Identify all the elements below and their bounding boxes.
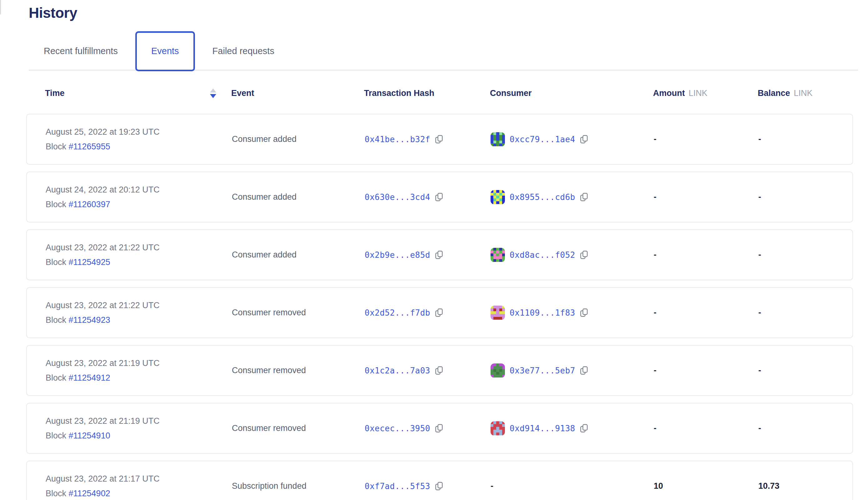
- table-row: August 23, 2022 at 21:22 UTC Block #1125…: [26, 229, 853, 280]
- sort-time-control[interactable]: [210, 89, 216, 98]
- row-amount: -: [654, 250, 758, 260]
- column-header-consumer: Consumer: [490, 89, 653, 98]
- copy-hash-button[interactable]: [435, 308, 443, 318]
- consumer-address-link[interactable]: 0xd8ac...f052: [510, 250, 575, 260]
- consumer-empty-value: -: [491, 481, 493, 491]
- balance-unit-label: LINK: [794, 89, 813, 98]
- transaction-hash-link[interactable]: 0xf7ad...5f53: [365, 481, 430, 491]
- transaction-hash-link[interactable]: 0x2d52...f7db: [365, 308, 430, 318]
- row-amount: -: [654, 423, 758, 433]
- copy-hash-button[interactable]: [435, 250, 443, 260]
- row-hash-cell: 0xf7ad...5f53: [365, 481, 491, 491]
- table-row: August 23, 2022 at 21:19 UTC Block #1125…: [26, 345, 853, 396]
- row-amount: -: [654, 134, 758, 144]
- copy-icon: [580, 250, 588, 260]
- table-row: August 25, 2022 at 19:23 UTC Block #1126…: [26, 114, 853, 165]
- column-header-transaction-hash: Transaction Hash: [364, 89, 490, 98]
- row-block-line: Block #11260397: [46, 200, 232, 209]
- table-row: August 23, 2022 at 21:19 UTC Block #1125…: [26, 403, 853, 454]
- row-block-line: Block #11254912: [46, 373, 232, 383]
- row-event: Consumer added: [232, 134, 365, 144]
- row-date: August 24, 2022 at 20:12 UTC: [46, 185, 232, 195]
- column-header-balance: Balance: [758, 89, 790, 98]
- block-label: Block: [46, 489, 69, 498]
- row-consumer-cell: 0xcc79...1ae4: [491, 132, 654, 147]
- block-label: Block: [46, 431, 69, 440]
- column-header-event: Event: [231, 89, 364, 98]
- row-consumer-cell: -: [491, 481, 654, 491]
- copy-address-button[interactable]: [580, 135, 588, 144]
- row-block-line: Block #11254925: [46, 258, 232, 267]
- copy-hash-button[interactable]: [435, 193, 443, 202]
- transaction-hash-link[interactable]: 0x2b9e...e85d: [365, 250, 430, 260]
- copy-hash-button[interactable]: [435, 366, 443, 375]
- row-time-cell: August 23, 2022 at 21:22 UTC Block #1125…: [46, 243, 232, 267]
- row-amount: -: [654, 192, 758, 202]
- row-balance: -: [758, 134, 852, 144]
- row-consumer-cell: 0xd8ac...f052: [491, 248, 654, 262]
- copy-address-button[interactable]: [580, 250, 588, 260]
- copy-address-button[interactable]: [580, 308, 588, 318]
- row-hash-cell: 0x2b9e...e85d: [365, 250, 491, 260]
- consumer-address-link[interactable]: 0x8955...cd6b: [510, 193, 575, 202]
- row-balance: -: [758, 308, 852, 318]
- block-number-link[interactable]: #11254912: [69, 373, 110, 383]
- sort-desc-icon: [210, 94, 216, 98]
- copy-icon: [580, 308, 588, 318]
- block-label: Block: [46, 315, 69, 325]
- row-hash-cell: 0x2d52...f7db: [365, 308, 491, 318]
- row-balance: -: [758, 423, 852, 433]
- table-row: August 23, 2022 at 21:17 UTC Block #1125…: [26, 461, 853, 500]
- copy-address-button[interactable]: [580, 424, 588, 433]
- copy-icon: [435, 193, 443, 202]
- transaction-hash-link[interactable]: 0x1c2a...7a03: [365, 366, 430, 375]
- row-hash-cell: 0x630e...3cd4: [365, 193, 491, 202]
- block-number-link[interactable]: #11254910: [69, 431, 110, 440]
- row-time-cell: August 23, 2022 at 21:17 UTC Block #1125…: [46, 474, 232, 498]
- row-hash-cell: 0x1c2a...7a03: [365, 366, 491, 375]
- row-time-cell: August 24, 2022 at 20:12 UTC Block #1126…: [46, 185, 232, 209]
- row-amount: -: [654, 366, 758, 375]
- block-label: Block: [46, 200, 69, 209]
- row-event: Subscription funded: [232, 481, 365, 491]
- consumer-address-link[interactable]: 0x3e77...5eb7: [510, 366, 575, 375]
- row-block-line: Block #11254910: [46, 431, 232, 441]
- row-date: August 25, 2022 at 19:23 UTC: [46, 127, 232, 137]
- consumer-address-link[interactable]: 0x1109...1f83: [510, 308, 575, 318]
- block-number-link[interactable]: #11254923: [69, 315, 110, 325]
- copy-hash-button[interactable]: [435, 135, 443, 144]
- block-number-link[interactable]: #11254925: [69, 258, 110, 267]
- tab-failed-requests[interactable]: Failed requests: [213, 46, 274, 56]
- transaction-hash-link[interactable]: 0x630e...3cd4: [365, 193, 430, 202]
- copy-icon: [435, 135, 443, 144]
- consumer-address-link[interactable]: 0xcc79...1ae4: [510, 135, 575, 144]
- row-balance: -: [758, 250, 852, 260]
- row-date: August 23, 2022 at 21:19 UTC: [46, 359, 232, 368]
- transaction-hash-link[interactable]: 0xecec...3950: [365, 424, 430, 433]
- block-label: Block: [46, 142, 69, 151]
- copy-address-button[interactable]: [580, 366, 588, 375]
- row-date: August 23, 2022 at 21:22 UTC: [46, 243, 232, 252]
- tab-recent-fulfillments[interactable]: Recent fulfillments: [44, 46, 118, 56]
- row-event: Consumer added: [232, 192, 365, 202]
- row-balance: -: [758, 192, 852, 202]
- block-number-link[interactable]: #11265955: [69, 142, 110, 151]
- copy-icon: [435, 366, 443, 375]
- row-time-cell: August 23, 2022 at 21:22 UTC Block #1125…: [46, 300, 232, 325]
- column-header-time: Time: [45, 89, 65, 98]
- tab-events[interactable]: Events: [135, 31, 195, 71]
- sort-asc-icon: [210, 89, 216, 92]
- block-number-link[interactable]: #11254902: [69, 489, 110, 498]
- row-consumer-cell: 0xd914...9138: [491, 421, 654, 436]
- row-date: August 23, 2022 at 21:22 UTC: [46, 300, 232, 310]
- copy-icon: [580, 366, 588, 375]
- transaction-hash-link[interactable]: 0x41be...b32f: [365, 135, 430, 144]
- consumer-address-link[interactable]: 0xd914...9138: [510, 424, 575, 433]
- copy-address-button[interactable]: [580, 193, 588, 202]
- history-tabs: Recent fulfillments Events Failed reques…: [29, 33, 858, 71]
- block-number-link[interactable]: #11260397: [69, 200, 110, 209]
- copy-hash-button[interactable]: [435, 481, 443, 491]
- copy-hash-button[interactable]: [435, 424, 443, 433]
- row-date: August 23, 2022 at 21:17 UTC: [46, 474, 232, 484]
- row-block-line: Block #11265955: [46, 142, 232, 151]
